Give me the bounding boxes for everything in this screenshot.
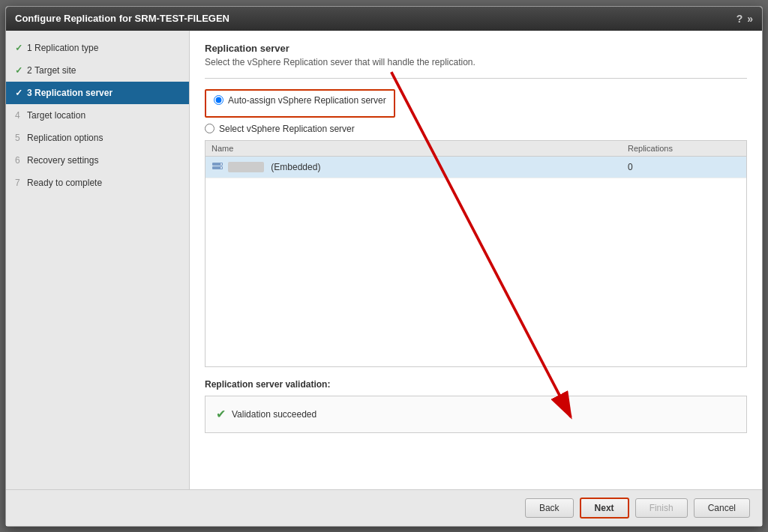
next-button[interactable]: Next [580, 498, 629, 519]
section-subtitle: Select the vSphere Replication sever tha… [205, 57, 747, 67]
sidebar-item-replication-server[interactable]: ✓ 3 Replication server [6, 82, 189, 104]
back-button[interactable]: Back [525, 498, 574, 518]
titlebar-icons: ? » [736, 13, 753, 25]
sidebar-label-7: Ready to complete [27, 178, 102, 188]
svg-rect-3 [220, 167, 222, 169]
table-body: (Embedded) 0 [206, 157, 746, 366]
table-col-replications: Replications [628, 144, 740, 153]
section-title: Replication server [205, 43, 747, 54]
separator [205, 78, 747, 79]
sidebar-label-4: Target location [27, 110, 86, 121]
dialog-body: ✓ 1 Replication type ✓ 2 Target site ✓ 3… [6, 31, 762, 489]
validation-text: Validation succeeded [232, 409, 316, 420]
step-check-1: ✓ [15, 43, 22, 53]
step-num-7: 7 [15, 178, 20, 188]
step-num-4: 4 [15, 110, 20, 121]
sidebar-label-3: Replication server [34, 88, 112, 98]
select-server-radio-row: Select vSphere Replication server [205, 124, 747, 134]
sidebar-label-6: Recovery settings [27, 155, 98, 166]
finish-button[interactable]: Finish [635, 498, 688, 518]
help-icon[interactable]: ? [736, 13, 743, 25]
step-num-3: 3 [27, 88, 32, 98]
auto-assign-label[interactable]: Auto-assign vSphere Replication server [228, 95, 386, 106]
validation-label: Replication server validation: [205, 379, 747, 390]
main-content: Replication server Select the vSphere Re… [190, 31, 762, 489]
server-name-suffix: (Embedded) [268, 162, 320, 172]
server-table: Name Replications [205, 140, 747, 367]
sidebar-label-5: Replication options [27, 133, 103, 143]
dialog-title: Configure Replication for SRM-TEST-FILEG… [15, 13, 230, 24]
validation-box: ✔ Validation succeeded [205, 396, 747, 433]
sidebar-item-recovery-settings[interactable]: 6 Recovery settings [6, 149, 189, 172]
sidebar-label-2: Target site [34, 65, 76, 76]
expand-icon[interactable]: » [747, 13, 753, 25]
step-num-2: 2 [27, 65, 32, 76]
configure-replication-dialog: Configure Replication for SRM-TEST-FILEG… [5, 6, 763, 527]
table-col-name: Name [212, 144, 628, 153]
sidebar-item-replication-type[interactable]: ✓ 1 Replication type [6, 37, 189, 59]
auto-assign-radio-row: Auto-assign vSphere Replication server [214, 95, 386, 106]
select-server-radio[interactable] [205, 124, 214, 133]
step-num-6: 6 [15, 155, 20, 166]
server-icon [212, 161, 224, 173]
sidebar-item-ready-to-complete[interactable]: 7 Ready to complete [6, 172, 189, 194]
step-num-5: 5 [15, 133, 20, 143]
dialog-footer: Back Next Finish Cancel [6, 489, 762, 526]
table-header: Name Replications [206, 141, 746, 157]
auto-assign-radio[interactable] [214, 95, 224, 105]
dialog-titlebar: Configure Replication for SRM-TEST-FILEG… [6, 7, 762, 31]
sidebar-item-target-location[interactable]: 4 Target location [6, 104, 189, 127]
step-check-2: ✓ [15, 65, 22, 76]
sidebar: ✓ 1 Replication type ✓ 2 Target site ✓ 3… [6, 31, 190, 489]
table-row[interactable]: (Embedded) 0 [206, 157, 746, 178]
step-check-3: ✓ [15, 88, 22, 98]
sidebar-item-replication-options[interactable]: 5 Replication options [6, 127, 189, 149]
server-name-blurred [228, 162, 264, 172]
svg-rect-2 [220, 163, 222, 165]
validation-check-icon: ✔ [216, 407, 226, 421]
sidebar-label-1: Replication type [34, 43, 98, 53]
auto-assign-option-box: Auto-assign vSphere Replication server [205, 89, 395, 118]
server-name-cell: (Embedded) [212, 161, 628, 173]
sidebar-item-target-site[interactable]: ✓ 2 Target site [6, 59, 189, 82]
server-replications-cell: 0 [628, 162, 740, 172]
select-server-label[interactable]: Select vSphere Replication server [219, 124, 355, 134]
cancel-button[interactable]: Cancel [694, 498, 750, 518]
step-num-1: 1 [27, 43, 32, 53]
